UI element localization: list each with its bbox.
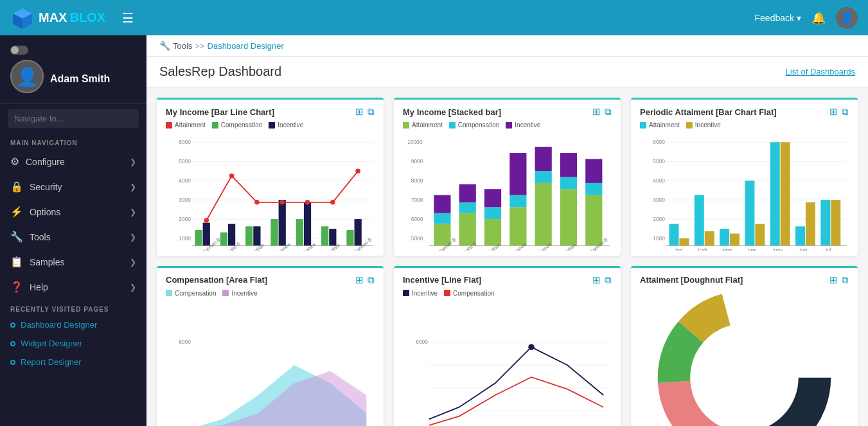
expand-icon-2[interactable]: ⊞ bbox=[592, 106, 601, 118]
chart-header-4: Compensation [Area Flat] ⊞ ⧉ bbox=[157, 268, 384, 288]
legend-attainment-3: Attainment bbox=[640, 121, 680, 129]
recent-item-dashboard-designer[interactable]: Dashboard Designer bbox=[0, 315, 146, 334]
logo-brand: MAX BLOX bbox=[39, 10, 105, 25]
breadcrumb-tools[interactable]: Tools bbox=[173, 41, 192, 51]
sidebar: 👤 Adam Smith MAIN NAVIGATION ⚙ Configure… bbox=[0, 35, 146, 426]
svg-rect-29 bbox=[346, 230, 353, 245]
samples-icon: 📋 bbox=[10, 256, 23, 268]
expand-icon-1[interactable]: ⊞ bbox=[355, 106, 364, 118]
svg-point-31 bbox=[204, 218, 209, 222]
list-of-dashboards-link[interactable]: List of Dashboards bbox=[786, 67, 855, 76]
fullscreen-icon-1[interactable]: ⧉ bbox=[368, 106, 375, 118]
fullscreen-icon-2[interactable]: ⧉ bbox=[605, 106, 612, 118]
svg-text:6000: 6000 bbox=[416, 339, 428, 345]
main-layout: 👤 Adam Smith MAIN NAVIGATION ⚙ Configure… bbox=[0, 35, 868, 426]
toggle-switch[interactable] bbox=[10, 46, 28, 55]
hamburger-icon[interactable]: ☰ bbox=[122, 10, 134, 26]
sidebar-item-configure[interactable]: ⚙ Configure ❯ bbox=[0, 149, 146, 174]
svg-rect-70 bbox=[585, 195, 602, 246]
svg-text:2000: 2000 bbox=[179, 216, 191, 222]
dot-icon bbox=[10, 323, 15, 328]
legend-compensation-4: Compensation bbox=[166, 290, 216, 297]
recent-item-widget-designer[interactable]: Widget Designer bbox=[0, 334, 146, 353]
legend-label-7: Attainment bbox=[649, 121, 680, 129]
legend-2: Attainment Compensation Incentive bbox=[394, 120, 621, 131]
legend-label-11: Incentive bbox=[412, 290, 438, 297]
fullscreen-icon-4[interactable]: ⧉ bbox=[368, 274, 375, 286]
svg-rect-100 bbox=[755, 224, 765, 246]
svg-rect-54 bbox=[434, 195, 450, 213]
sidebar-item-tools-left: 🔧 Tools bbox=[10, 231, 51, 243]
expand-icon-6[interactable]: ⊞ bbox=[829, 274, 838, 286]
chart-actions-1: ⊞ ⧉ bbox=[355, 106, 375, 118]
svg-text:6000: 6000 bbox=[653, 139, 665, 145]
expand-icon-3[interactable]: ⊞ bbox=[829, 106, 838, 118]
chart-header-2: My Income [Stacked bar] ⊞ ⧉ bbox=[394, 100, 621, 120]
legend-label-4: Attainment bbox=[412, 121, 443, 129]
chart-body-2: 10000 9000 8000 7000 6000 5000 bbox=[394, 131, 621, 256]
chart-card-line-flat: Incentive [Line Flat] ⊞ ⧉ Incentive Comp… bbox=[394, 266, 621, 426]
dot-icon-3 bbox=[10, 360, 15, 365]
sidebar-item-tools[interactable]: 🔧 Tools ❯ bbox=[0, 224, 146, 249]
svg-rect-64 bbox=[535, 183, 552, 245]
legend-dot-8 bbox=[686, 122, 693, 129]
options-icon: ⚡ bbox=[10, 206, 23, 218]
chart-card-bar-line: My Income [Bar Line Chart] ⊞ ⧉ Attainmen… bbox=[157, 98, 384, 256]
expand-icon-4[interactable]: ⊞ bbox=[355, 274, 364, 286]
svg-rect-106 bbox=[831, 200, 840, 245]
svg-point-124 bbox=[528, 344, 534, 350]
chevron-right-icon-2: ❯ bbox=[130, 182, 136, 191]
svg-rect-102 bbox=[781, 142, 790, 245]
sidebar-item-options[interactable]: ⚡ Options ❯ bbox=[0, 199, 146, 224]
sidebar-item-help[interactable]: ❓ Help ❯ bbox=[0, 274, 146, 299]
chart-title-5: Incentive [Line Flat] bbox=[403, 275, 481, 285]
doughnut-svg bbox=[636, 291, 853, 426]
sidebar-item-samples[interactable]: 📋 Samples ❯ bbox=[0, 249, 146, 274]
svg-rect-66 bbox=[535, 147, 552, 171]
svg-rect-28 bbox=[329, 229, 336, 245]
chevron-right-icon-4: ❯ bbox=[130, 233, 136, 242]
svg-rect-17 bbox=[195, 230, 202, 245]
chevron-down-icon: ▾ bbox=[797, 13, 801, 23]
feedback-button[interactable]: Feedback ▾ bbox=[755, 13, 801, 23]
fullscreen-icon-6[interactable]: ⧉ bbox=[842, 274, 849, 286]
fullscreen-icon-5[interactable]: ⧉ bbox=[605, 274, 612, 286]
content-area: 🔧 Tools >> Dashboard Designer SalesRep D… bbox=[146, 35, 868, 426]
legend-dot-6 bbox=[506, 122, 512, 129]
sidebar-item-configure-left: ⚙ Configure bbox=[10, 155, 65, 168]
chart-header-3: Periodic Attaiment [Bar Chart Flat] ⊞ ⧉ bbox=[631, 100, 858, 120]
svg-rect-60 bbox=[484, 189, 501, 207]
expand-icon-5[interactable]: ⊞ bbox=[592, 274, 601, 286]
legend-incentive-4: Incentive bbox=[222, 290, 257, 297]
svg-rect-65 bbox=[535, 171, 552, 183]
fullscreen-icon-3[interactable]: ⧉ bbox=[842, 106, 849, 118]
legend-compensation-2: Compensation bbox=[449, 121, 499, 129]
chart-title-4: Compensation [Area Flat] bbox=[166, 275, 267, 285]
legend-label-3: Incentive bbox=[278, 121, 303, 129]
svg-rect-67 bbox=[560, 189, 577, 245]
logo-blox: BLOX bbox=[69, 10, 105, 25]
sidebar-item-security-left: 🔒 Security bbox=[10, 181, 62, 193]
svg-rect-68 bbox=[560, 177, 577, 190]
svg-rect-95 bbox=[695, 195, 704, 246]
breadcrumb-separator: >> bbox=[195, 41, 204, 51]
legend-1: Attainment Compensation Incentive bbox=[157, 120, 384, 131]
svg-text:7000: 7000 bbox=[411, 197, 423, 203]
recent-item-report-designer[interactable]: Report Designer bbox=[0, 353, 146, 371]
legend-incentive-1: Incentive bbox=[269, 121, 303, 129]
chart-card-doughnut: Attaiment [Doughnut Flat] ⊞ ⧉ bbox=[631, 266, 858, 426]
svg-rect-25 bbox=[296, 219, 303, 245]
search-input[interactable] bbox=[8, 109, 139, 128]
user-avatar-nav[interactable]: 👤 bbox=[836, 7, 858, 29]
svg-rect-98 bbox=[730, 234, 740, 246]
breadcrumb-current[interactable]: Dashboard Designer bbox=[208, 41, 284, 51]
legend-dot-12 bbox=[444, 290, 450, 296]
svg-text:9000: 9000 bbox=[411, 158, 423, 164]
svg-point-34 bbox=[279, 200, 284, 204]
notification-bell-icon[interactable]: 🔔 bbox=[811, 11, 826, 25]
svg-rect-63 bbox=[509, 153, 526, 195]
configure-icon: ⚙ bbox=[10, 155, 19, 168]
svg-text:May: May bbox=[773, 247, 784, 250]
sidebar-item-security[interactable]: 🔒 Security ❯ bbox=[0, 174, 146, 199]
dashboard-grid: My Income [Bar Line Chart] ⊞ ⧉ Attainmen… bbox=[146, 87, 868, 426]
